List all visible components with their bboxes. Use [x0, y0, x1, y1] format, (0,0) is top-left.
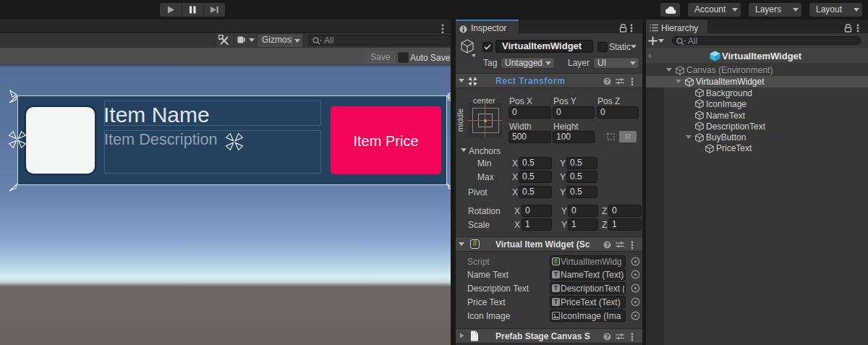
svg-text:?: ?: [605, 241, 609, 248]
svg-text:?: ?: [605, 333, 609, 340]
svg-text:?: ?: [605, 77, 609, 85]
